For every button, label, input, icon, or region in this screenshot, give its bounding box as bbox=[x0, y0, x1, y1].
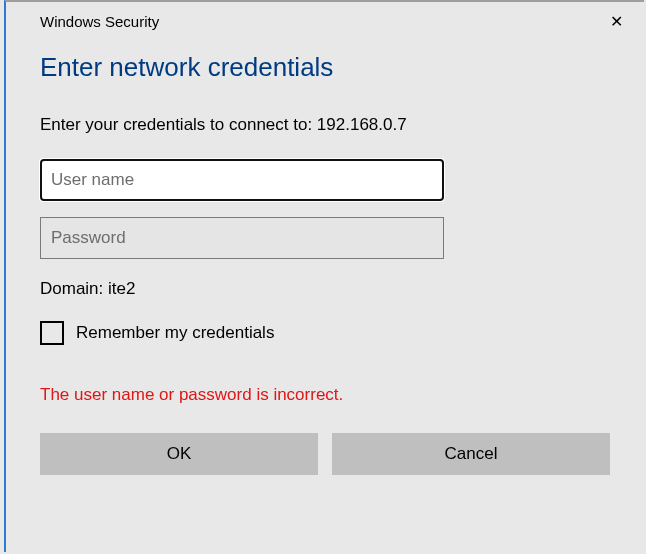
password-input[interactable] bbox=[40, 217, 444, 259]
credential-fields bbox=[40, 159, 610, 259]
dialog-content: Enter network credentials Enter your cre… bbox=[6, 40, 644, 475]
remember-checkbox[interactable] bbox=[40, 321, 64, 345]
security-dialog: Windows Security ✕ Enter network credent… bbox=[4, 0, 644, 552]
instruction-text: Enter your credentials to connect to: 19… bbox=[40, 115, 610, 135]
ok-button[interactable]: OK bbox=[40, 433, 318, 475]
remember-row: Remember my credentials bbox=[40, 321, 610, 345]
username-input[interactable] bbox=[40, 159, 444, 201]
remember-label: Remember my credentials bbox=[76, 323, 274, 343]
error-message: The user name or password is incorrect. bbox=[40, 385, 610, 405]
button-row: OK Cancel bbox=[40, 433, 610, 475]
page-heading: Enter network credentials bbox=[40, 52, 610, 83]
close-icon[interactable]: ✕ bbox=[594, 6, 638, 36]
titlebar: Windows Security ✕ bbox=[6, 2, 644, 40]
domain-label: Domain: ite2 bbox=[40, 279, 610, 299]
dialog-title: Windows Security bbox=[40, 13, 159, 30]
cancel-button[interactable]: Cancel bbox=[332, 433, 610, 475]
